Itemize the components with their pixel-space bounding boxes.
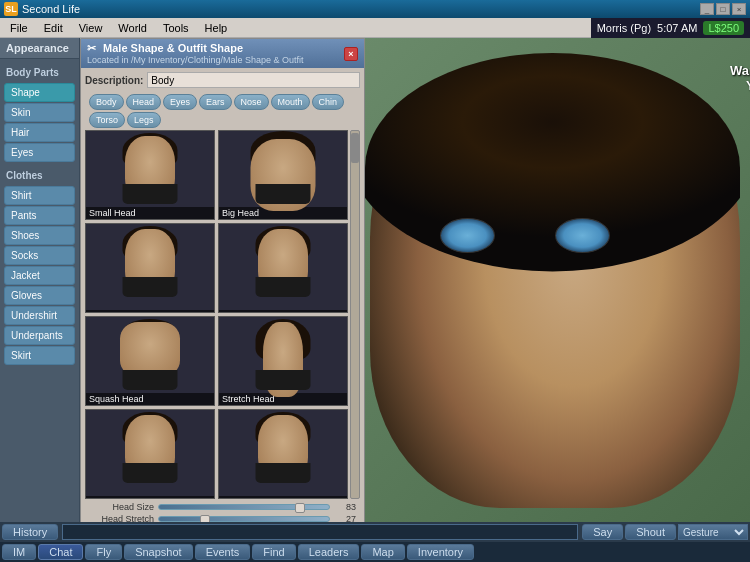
sidebar-item-underpants[interactable]: Underpants	[4, 326, 75, 345]
menu-edit[interactable]: Edit	[36, 18, 71, 37]
part-btn-nose[interactable]: Nose	[234, 94, 269, 110]
fly-button[interactable]: Fly	[85, 544, 122, 560]
history-input[interactable]	[62, 524, 578, 540]
thumb-shirt-7	[123, 463, 178, 483]
menu-file[interactable]: File	[2, 18, 36, 37]
head-size-row: Head Size 83	[89, 502, 356, 512]
description-row: Description:	[85, 72, 360, 88]
find-button[interactable]: Find	[252, 544, 295, 560]
sidebar-item-eyes[interactable]: Eyes	[4, 143, 75, 162]
map-button[interactable]: Map	[361, 544, 404, 560]
sidebar-item-undershirt[interactable]: Undershirt	[4, 306, 75, 325]
avatar-eyes	[440, 218, 660, 278]
part-btn-body[interactable]: Body	[89, 94, 124, 110]
main-area: Wandering Yaffle Appearance Body Parts S…	[0, 38, 750, 522]
appearance-dialog: ✂ Male Shape & Outfit Shape Located in /…	[80, 38, 365, 522]
sidebar-item-skin[interactable]: Skin	[4, 103, 75, 122]
part-btn-head[interactable]: Head	[126, 94, 162, 110]
dialog-close-button[interactable]: ×	[344, 47, 358, 61]
thumb-squash-head[interactable]: Squash Head	[85, 316, 215, 406]
part-btn-chin[interactable]: Chin	[312, 94, 345, 110]
thumb-3[interactable]	[85, 223, 215, 313]
thumb-label-5: Squash Head	[86, 393, 214, 405]
bottom-toolbar: History Say Shout Gesture IM Chat Fly Sn…	[0, 522, 750, 562]
leaders-button[interactable]: Leaders	[298, 544, 360, 560]
thumb-shirt-2	[256, 184, 311, 204]
menu-help[interactable]: Help	[197, 18, 236, 37]
thumb-shirt-4	[256, 277, 311, 297]
dialog-title: Male Shape & Outfit Shape	[103, 42, 243, 54]
part-btn-legs[interactable]: Legs	[127, 112, 161, 128]
inventory-button[interactable]: Inventory	[407, 544, 474, 560]
part-btn-eyes[interactable]: Eyes	[163, 94, 197, 110]
menu-tools[interactable]: Tools	[155, 18, 197, 37]
thumbnail-container: Small Head Big Head	[85, 130, 360, 499]
thumb-label-8	[219, 496, 347, 498]
gesture-dropdown[interactable]: Gesture	[678, 524, 748, 540]
part-btn-mouth[interactable]: Mouth	[271, 94, 310, 110]
part-btn-torso[interactable]: Torso	[89, 112, 125, 128]
sidebar-item-gloves[interactable]: Gloves	[4, 286, 75, 305]
snapshot-button[interactable]: Snapshot	[124, 544, 192, 560]
thumb-stretch-head[interactable]: Stretch Head	[218, 316, 348, 406]
minimize-button[interactable]: _	[700, 3, 714, 15]
dialog-titlebar: ✂ Male Shape & Outfit Shape Located in /…	[81, 39, 364, 68]
thumb-label-1: Small Head	[86, 207, 214, 219]
menubar: File Edit View World Tools Help Morris (…	[0, 18, 750, 38]
money-display: L$250	[703, 21, 744, 35]
thumb-label-3	[86, 310, 214, 312]
thumb-big-head[interactable]: Big Head	[218, 130, 348, 220]
avatar-right-eye	[555, 218, 610, 253]
im-button[interactable]: IM	[2, 544, 36, 560]
dialog-body: Description: Body Head Eyes Ears Nose Mo…	[81, 68, 364, 522]
sidebar-item-skirt[interactable]: Skirt	[4, 346, 75, 365]
avatar-view: Wandering Yaffle	[360, 38, 750, 522]
desc-label: Description:	[85, 75, 143, 86]
part-buttons: Body Head Eyes Ears Nose Mouth Chin Tors…	[85, 92, 360, 130]
sidebar-title: Appearance	[0, 38, 79, 59]
events-button[interactable]: Events	[195, 544, 251, 560]
sidebar-item-shape[interactable]: Shape	[4, 83, 75, 102]
thumb-shirt-5	[123, 370, 178, 390]
head-size-label: Head Size	[89, 502, 154, 512]
sidebar-item-pants[interactable]: Pants	[4, 206, 75, 225]
window-controls: _ □ ×	[700, 3, 746, 15]
head-stretch-row: Head Stretch 27	[89, 514, 356, 522]
history-button[interactable]: History	[2, 524, 58, 540]
head-size-slider[interactable]	[158, 504, 330, 510]
menu-view[interactable]: View	[71, 18, 111, 37]
bottom-row-1: History Say Shout Gesture	[0, 522, 750, 542]
description-input[interactable]	[147, 72, 360, 88]
titlebar: SL Second Life _ □ ×	[0, 0, 750, 18]
thumb-4[interactable]	[218, 223, 348, 313]
part-btn-ears[interactable]: Ears	[199, 94, 232, 110]
chat-button[interactable]: Chat	[38, 544, 83, 560]
head-size-value: 83	[334, 502, 356, 512]
thumbnail-grid: Small Head Big Head	[85, 130, 348, 499]
scrollbar-thumb	[351, 133, 359, 163]
sidebar-item-shirt[interactable]: Shirt	[4, 186, 75, 205]
thumb-shirt-3	[123, 277, 178, 297]
close-button[interactable]: ×	[732, 3, 746, 15]
thumb-small-head[interactable]: Small Head	[85, 130, 215, 220]
say-button[interactable]: Say	[582, 524, 623, 540]
sidebar: Appearance Body Parts Shape Skin Hair Ey…	[0, 38, 80, 522]
maximize-button[interactable]: □	[716, 3, 730, 15]
clothes-label: Clothes	[0, 166, 79, 185]
sidebar-item-jacket[interactable]: Jacket	[4, 266, 75, 285]
thumb-label-4	[219, 310, 347, 312]
thumb-8[interactable]	[218, 409, 348, 499]
time-display: 5:07 AM	[657, 22, 697, 34]
menu-world[interactable]: World	[110, 18, 155, 37]
sidebar-item-socks[interactable]: Socks	[4, 246, 75, 265]
thumb-7[interactable]	[85, 409, 215, 499]
nametag: Wandering Yaffle	[730, 63, 750, 93]
shout-button[interactable]: Shout	[625, 524, 676, 540]
thumb-face-5	[120, 322, 180, 377]
bottom-row-2: IM Chat Fly Snapshot Events Find Leaders…	[0, 542, 750, 562]
sidebar-item-hair[interactable]: Hair	[4, 123, 75, 142]
thumb-shirt-8	[256, 463, 311, 483]
thumb-shirt-1	[123, 184, 178, 204]
thumbnail-scrollbar[interactable]	[350, 130, 360, 499]
sidebar-item-shoes[interactable]: Shoes	[4, 226, 75, 245]
